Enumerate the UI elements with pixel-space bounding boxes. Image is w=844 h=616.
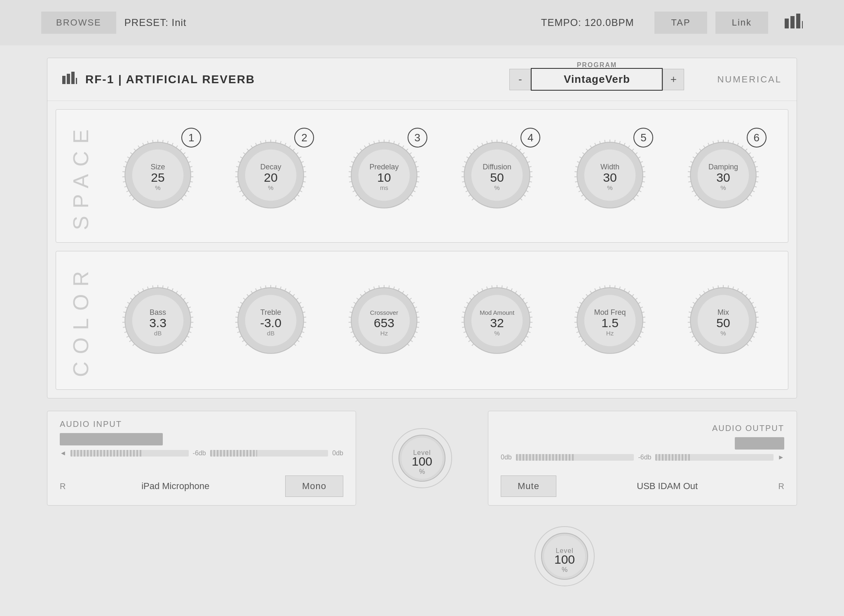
color-knob-mix: Mix50% — [684, 281, 762, 360]
color-knob-mod-amount-svg[interactable]: Mod Amount32% — [458, 281, 536, 360]
input-meter-track — [70, 450, 189, 457]
input-meter-track2 — [210, 450, 328, 457]
program-label: PROGRAM — [577, 61, 617, 69]
color-knob-bass-svg[interactable]: Bass3.3dB — [119, 281, 197, 360]
input-device-name: iPad Microphone — [141, 481, 209, 492]
space-section-label: SPACE — [68, 122, 93, 230]
space-knob-predelay-svg[interactable]: Predelay10ms — [345, 136, 423, 214]
svg-text:%: % — [268, 184, 274, 191]
svg-text:1.5: 1.5 — [602, 316, 619, 330]
output-meter-fill — [516, 454, 575, 461]
output-meter-row: 0db -6db ► — [501, 454, 784, 461]
audio-input-title: AUDIO INPUT — [60, 419, 343, 429]
output-db-label: -6db — [638, 454, 651, 461]
color-knob-crossover-svg[interactable]: Crossover653Hz — [345, 281, 423, 360]
input-level-knob[interactable]: Level 100 % — [389, 425, 455, 491]
svg-text:Crossover: Crossover — [370, 309, 398, 316]
color-knob-crossover: Crossover653Hz — [345, 281, 423, 360]
svg-text:%: % — [494, 330, 499, 337]
space-knob-width-svg[interactable]: Width30% — [571, 136, 649, 214]
color-section: COLOR Bass3.3dBTreble-3.0dBCrossover653H… — [56, 251, 788, 390]
input-meter-bar — [60, 433, 163, 445]
mute-button[interactable]: Mute — [501, 475, 556, 497]
svg-text:30: 30 — [716, 171, 730, 184]
space-knob-wrap-5: 6Damping30% — [684, 136, 762, 216]
svg-text:%: % — [720, 330, 726, 337]
program-next-button[interactable]: + — [663, 69, 684, 90]
svg-text:20: 20 — [264, 171, 278, 184]
color-knob-mod-freq-svg[interactable]: Mod Freq1.5Hz — [571, 281, 649, 360]
output-level-knob[interactable]: Level 100 % — [532, 523, 598, 589]
input-meter-fill — [70, 450, 141, 457]
space-knob-number-1: 2 — [294, 128, 314, 148]
space-knob-wrap-2: 3Predelay10ms — [345, 136, 423, 216]
svg-text:Mod Amount: Mod Amount — [480, 309, 515, 316]
output-right-icon: ► — [778, 454, 784, 461]
space-knob-decay-svg[interactable]: Decay20% — [232, 136, 310, 214]
color-knob-bass: Bass3.3dB — [119, 281, 197, 360]
input-meter-fill2 — [210, 450, 258, 457]
color-knob-treble-svg[interactable]: Treble-3.0dB — [232, 281, 310, 360]
output-0db-label: 0db — [501, 454, 512, 461]
bottom-section: AUDIO INPUT ◄ -6db 0db R iPad Microphone… — [47, 411, 797, 506]
svg-text:Bass: Bass — [150, 308, 166, 316]
color-knob-mod-freq: Mod Freq1.5Hz — [571, 281, 649, 360]
svg-text:Width: Width — [600, 163, 619, 171]
svg-text:Damping: Damping — [708, 163, 738, 171]
svg-text:50: 50 — [490, 171, 504, 184]
program-prev-button[interactable]: - — [509, 69, 531, 90]
svg-rect-6 — [71, 72, 75, 84]
svg-text:%: % — [494, 184, 499, 191]
svg-rect-1 — [790, 16, 795, 28]
output-meter-track2 — [655, 454, 774, 461]
color-section-label: COLOR — [68, 264, 93, 377]
space-knob-decay: 2Decay20% — [232, 136, 310, 216]
output-r-label: R — [778, 482, 784, 491]
space-knob-size: 1Size25% — [119, 136, 197, 216]
input-0db-label: 0db — [332, 450, 343, 457]
space-knob-damping: 6Damping30% — [684, 136, 762, 216]
svg-text:%: % — [720, 184, 726, 191]
link-button[interactable]: Link — [715, 12, 768, 34]
color-knob-treble: Treble-3.0dB — [232, 281, 310, 360]
plugin-title: RF-1 | ARTIFICIAL REVERB — [85, 73, 255, 86]
svg-rect-4 — [62, 76, 66, 84]
audio-output-panel: AUDIO OUTPUT 0db -6db ► Mute USB IDAM Ou… — [488, 411, 797, 506]
svg-rect-3 — [802, 21, 803, 28]
space-knob-number-5: 6 — [747, 128, 767, 148]
space-knob-damping-svg[interactable]: Damping30% — [684, 136, 762, 214]
svg-text:Mod Freq: Mod Freq — [594, 308, 626, 316]
tap-button[interactable]: TAP — [654, 12, 707, 34]
space-knob-size-svg[interactable]: Size25% — [119, 136, 197, 214]
color-knob-mod-amount: Mod Amount32% — [458, 281, 536, 360]
svg-text:3.3: 3.3 — [149, 316, 166, 330]
output-meter-bar — [735, 437, 784, 450]
main-panel: RF-1 | ARTIFICIAL REVERB - PROGRAM Vinta… — [47, 58, 797, 398]
tempo-label: TEMPO: 120.0BPM — [541, 17, 634, 28]
output-device-name: USB IDAM Out — [637, 481, 698, 492]
svg-rect-0 — [785, 19, 789, 28]
space-knob-wrap-3: 4Diffusion50% — [458, 136, 536, 216]
svg-text:653: 653 — [374, 316, 394, 330]
svg-text:Diffusion: Diffusion — [483, 163, 511, 171]
output-meter-fill2 — [655, 454, 691, 461]
svg-text:10: 10 — [377, 171, 391, 184]
space-section: SPACE 1Size25%2Decay20%3Predelay10ms4Dif… — [56, 109, 788, 243]
svg-text:Predelay: Predelay — [369, 163, 399, 171]
svg-text:100: 100 — [412, 454, 432, 468]
mono-button[interactable]: Mono — [285, 475, 343, 497]
svg-rect-5 — [67, 74, 70, 84]
color-knob-mix-svg[interactable]: Mix50% — [684, 281, 762, 360]
browse-button[interactable]: BROWSE — [41, 12, 116, 34]
svg-text:Decay: Decay — [260, 163, 281, 171]
space-knob-diffusion-svg[interactable]: Diffusion50% — [458, 136, 536, 214]
space-knob-number-3: 4 — [520, 128, 540, 148]
svg-text:Hz: Hz — [380, 330, 388, 337]
input-r-label: R — [60, 482, 66, 491]
output-level-knob-container: Level 100 % — [507, 523, 622, 589]
input-meter-row: ◄ -6db 0db — [60, 450, 343, 457]
svg-text:30: 30 — [603, 171, 617, 184]
preset-label: PRESET: Init — [124, 17, 187, 28]
space-knob-predelay: 3Predelay10ms — [345, 136, 423, 216]
input-level-knob-container: Level 100 % — [364, 411, 480, 506]
